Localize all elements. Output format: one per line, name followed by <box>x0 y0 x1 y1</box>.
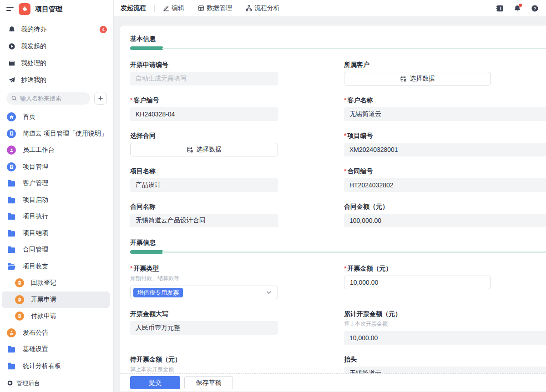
invoice-no-field: 自动生成无需填写 <box>130 72 278 85</box>
select-data-label: 选择数据 <box>410 75 435 83</box>
person-icon <box>7 146 16 155</box>
sidebar-item-user-guide[interactable]: 简道云 项目管理「使用说明」 <box>2 126 110 142</box>
form-body: 基本信息 开票申请编号 自动生成无需填写 所属客户 选择数据 <box>120 25 546 373</box>
sidebar-item-project-management[interactable]: 项目管理 <box>2 159 110 176</box>
folder-icon <box>7 246 16 253</box>
sidebar: 项目管理 我的待办 4 我发起的 我处理的 抄送我的 <box>0 0 114 392</box>
required-mark: * <box>344 265 346 272</box>
project-no-field: XM20240328001 <box>344 143 546 156</box>
sidebar-search[interactable] <box>6 92 90 105</box>
svg-text:?: ? <box>534 6 536 10</box>
changelog-icon[interactable] <box>496 5 504 12</box>
sidebar-header: 项目管理 <box>0 0 113 18</box>
field-label: 累计开票金额（元） <box>344 310 546 318</box>
sidebar-item-invoice-request[interactable]: 开票申请 <box>2 291 110 308</box>
folder-icon <box>7 213 16 220</box>
folder-icon <box>7 180 16 187</box>
section-title-invoice: 开票信息 <box>130 239 546 247</box>
tab-process-analysis[interactable]: 流程分析 <box>246 4 280 12</box>
document-icon <box>7 162 16 171</box>
field-hint: 算上本次开票金额 <box>344 320 546 328</box>
sidebar-item-staff-workbench[interactable]: 员工工作台 <box>2 142 110 159</box>
sidebar-folder-basic-settings[interactable]: 基础设置 <box>2 341 110 358</box>
search-input[interactable] <box>20 95 86 102</box>
save-draft-button[interactable]: 保存草稿 <box>184 376 233 389</box>
sidebar-item-processed-by-me[interactable]: 我处理的 <box>0 55 113 71</box>
sidebar-item-label: 发布公告 <box>23 329 48 337</box>
topbar-divider <box>154 5 155 12</box>
add-app-button[interactable] <box>94 92 107 105</box>
customer-name-field: 无锡简道云 <box>344 107 546 121</box>
send-icon <box>8 76 15 84</box>
tab-data-management[interactable]: 数据管理 <box>198 4 232 12</box>
sidebar-item-label: 项目启动 <box>23 196 48 204</box>
field-label: 抬头 <box>344 356 546 363</box>
collapse-menu-icon[interactable] <box>6 6 14 12</box>
tab-label: 发起流程 <box>121 4 146 12</box>
sidebar-item-home[interactable]: 首页 <box>2 109 110 126</box>
database-icon <box>400 75 407 82</box>
field-label: 待开票金额（元） <box>130 356 278 363</box>
inbox-check-icon <box>8 60 15 67</box>
sidebar-folder-project-start[interactable]: 项目启动 <box>2 192 110 209</box>
submit-button[interactable]: 提交 <box>130 376 180 389</box>
field-label: 项目名称 <box>130 167 278 175</box>
sidebar-item-publish-announcement[interactable]: 发布公告 <box>2 325 110 342</box>
field-label: *开票金额（元） <box>344 265 546 272</box>
sidebar-item-label: 回款登记 <box>31 279 56 287</box>
sidebar-folder-customer-mgmt[interactable]: 客户管理 <box>2 175 110 192</box>
database-icon <box>187 146 193 153</box>
sidebar-item-label: 统计分析看板 <box>23 362 61 370</box>
app-title: 项目管理 <box>35 5 62 14</box>
notifications-bell-icon[interactable] <box>514 5 521 12</box>
field-label: *项目编号 <box>344 132 546 140</box>
receipt-icon <box>15 295 24 304</box>
help-icon[interactable]: ? <box>531 5 539 12</box>
app-logo-icon[interactable] <box>19 3 30 15</box>
invoice-amount-input[interactable] <box>344 276 491 289</box>
tab-start-process[interactable]: 发起流程 <box>121 4 146 12</box>
invoice-type-select[interactable]: 增值税专用发票 <box>130 286 278 299</box>
flowchart-icon <box>246 5 252 11</box>
admin-console-link[interactable]: 管理后台 <box>0 374 113 392</box>
sidebar-folder-project-closing[interactable]: 项目结项 <box>2 225 110 242</box>
sidebar-item-label: 抄送我的 <box>21 76 107 84</box>
notification-dot <box>519 4 522 7</box>
form-panel: 基本信息 开票申请编号 自动生成无需填写 所属客户 选择数据 <box>120 25 546 392</box>
main-area: 发起流程 编辑 数据管理 流程分析 <box>114 0 546 392</box>
select-contract-data-button[interactable]: 选择数据 <box>130 143 278 156</box>
sidebar-item-label: 我处理的 <box>21 59 107 67</box>
contract-name-field: 无锡简道云产品设计合同 <box>130 214 278 227</box>
sidebar-item-label: 我的待办 <box>21 25 94 34</box>
folder-open-icon <box>7 263 16 270</box>
sidebar-item-label: 简道云 项目管理「使用说明」 <box>23 130 107 138</box>
sidebar-item-label: 付款申请 <box>31 312 56 320</box>
sidebar-folder-contract-mgmt[interactable]: 合同管理 <box>2 241 110 258</box>
sidebar-item-cc-to-me[interactable]: 抄送我的 <box>0 71 113 88</box>
tab-label: 数据管理 <box>207 4 232 12</box>
sidebar-item-my-todos[interactable]: 我的待办 4 <box>0 21 113 38</box>
sidebar-folder-analytics-dashboard[interactable]: 统计分析看板 <box>2 358 110 375</box>
search-icon <box>11 95 17 101</box>
sidebar-folder-project-execution[interactable]: 项目执行 <box>2 208 110 225</box>
sidebar-item-payment-request[interactable]: 付款申请 <box>2 308 110 325</box>
customer-no-field: KH240328-04 <box>130 107 278 121</box>
todo-count-badge: 4 <box>100 26 107 33</box>
field-hint: 如预付款、结算款等 <box>130 275 278 282</box>
contract-amount-field: 100,000.00 <box>344 214 546 227</box>
sidebar-item-label: 开票申请 <box>31 296 56 304</box>
required-mark: * <box>344 132 346 139</box>
amount-in-words-field: 人民币壹万元整 <box>130 321 278 335</box>
field-label: *客户编号 <box>130 96 278 104</box>
select-customer-data-button[interactable]: 选择数据 <box>344 72 491 85</box>
tab-edit[interactable]: 编辑 <box>163 4 184 12</box>
admin-console-label: 管理后台 <box>16 379 40 387</box>
field-label: 开票申请编号 <box>130 61 278 69</box>
sidebar-item-label: 员工工作台 <box>23 146 55 154</box>
sidebar-folder-project-finance[interactable]: 项目收支 <box>2 258 110 275</box>
field-label: 选择合同 <box>130 132 278 140</box>
form-footer: 提交 保存草稿 <box>120 373 546 392</box>
sidebar-item-initiated-by-me[interactable]: 我发起的 <box>0 38 113 55</box>
section-progress-bar <box>130 46 546 50</box>
sidebar-item-payment-collection[interactable]: 回款登记 <box>2 275 110 291</box>
